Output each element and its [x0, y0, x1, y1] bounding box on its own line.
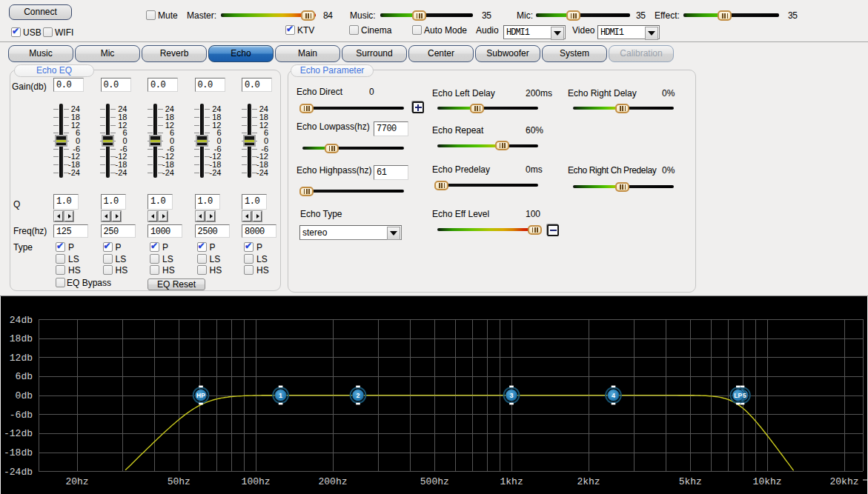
svg-text:LP: LP: [734, 392, 742, 399]
svg-text:-18db: -18db: [4, 447, 33, 458]
svg-text:18db: 18db: [10, 333, 33, 344]
svg-text:20hz: 20hz: [65, 476, 88, 487]
svg-text:100hz: 100hz: [242, 476, 271, 487]
svg-text:5: 5: [743, 392, 746, 399]
svg-text:200hz: 200hz: [318, 476, 347, 487]
svg-text:0db: 0db: [16, 390, 33, 401]
svg-text:6db: 6db: [16, 371, 33, 382]
svg-text:2: 2: [356, 392, 360, 399]
svg-text:1khz: 1khz: [500, 476, 523, 487]
svg-text:4: 4: [612, 392, 615, 399]
svg-text:5khz: 5khz: [679, 476, 702, 487]
svg-text:50hz: 50hz: [168, 476, 191, 487]
svg-text:HP: HP: [196, 392, 205, 399]
svg-text:24db: 24db: [10, 315, 33, 326]
svg-text:10khz: 10khz: [753, 476, 782, 487]
svg-text:-12db: -12db: [4, 428, 33, 439]
svg-text:2khz: 2khz: [577, 476, 600, 487]
svg-text:500hz: 500hz: [420, 476, 449, 487]
svg-text:12db: 12db: [10, 353, 33, 364]
svg-text:3: 3: [509, 392, 513, 399]
svg-text:-6db: -6db: [10, 410, 33, 421]
svg-text:1: 1: [279, 392, 282, 399]
svg-text:20khz: 20khz: [829, 476, 858, 487]
svg-text:-24db: -24db: [4, 467, 33, 478]
